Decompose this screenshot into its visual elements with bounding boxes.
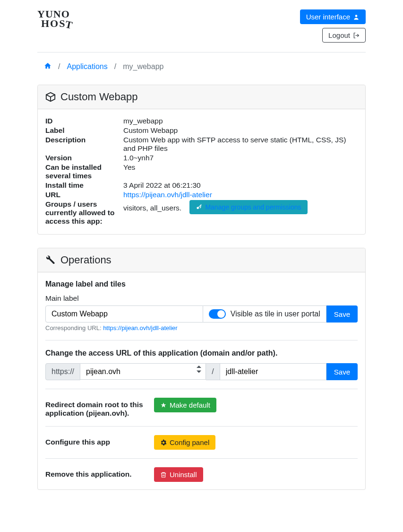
info-card-title: Custom Webapp <box>60 91 137 103</box>
version-label: Version <box>45 154 123 162</box>
path-input[interactable] <box>220 363 326 380</box>
label-label: Label <box>45 126 123 135</box>
trash-icon <box>160 471 167 478</box>
tile-switch[interactable] <box>209 309 226 319</box>
tile-switch-box: Visible as tile in user portal <box>203 305 326 323</box>
user-interface-label: User interface <box>306 13 350 21</box>
save-label-button[interactable]: Save <box>326 305 358 323</box>
logout-button[interactable]: Logout <box>322 28 366 43</box>
info-card-body: IDmy_webapp LabelCustom Webapp Descripti… <box>38 109 365 234</box>
domain-select[interactable]: pijean.ovh <box>80 363 206 380</box>
desc-label: Description <box>45 136 123 153</box>
home-icon <box>44 62 51 70</box>
logout-icon <box>353 32 360 39</box>
separator <box>45 458 358 459</box>
breadcrumb-sep: / <box>58 62 60 71</box>
breadcrumb-sep: / <box>114 62 116 71</box>
remove-label: Remove this application. <box>45 467 145 479</box>
id-label: ID <box>45 117 123 125</box>
main-label-text: Main label <box>45 294 358 303</box>
install-label: Install time <box>45 181 123 190</box>
breadcrumb-current: my_webapp <box>123 62 163 71</box>
info-card-header: Custom Webapp <box>38 85 365 109</box>
change-url-section: Change the access URL of this applicatio… <box>45 349 358 358</box>
hint-prefix: Corresponding URL: <box>45 324 103 331</box>
make-default-button[interactable]: Make default <box>154 398 216 412</box>
label-input-group: Visible as tile in user portal Save <box>45 305 358 323</box>
uninstall-label: Uninstall <box>170 471 197 479</box>
make-default-label: Make default <box>170 401 210 409</box>
remove-row: Remove this application. Uninstall <box>45 467 358 482</box>
separator <box>45 426 358 427</box>
main-label-input[interactable] <box>45 305 203 323</box>
operations-header: Operations <box>38 248 365 272</box>
url-label: URL <box>45 191 123 199</box>
logout-label: Logout <box>328 31 350 39</box>
label-value: Custom Webapp <box>123 126 358 135</box>
tile-switch-label: Visible as tile in user portal <box>231 310 320 318</box>
logo-line2: HOST <box>37 19 74 28</box>
operations-title: Operations <box>60 254 111 266</box>
breadcrumb-home[interactable] <box>44 62 51 71</box>
key-icon <box>196 204 202 210</box>
install-value: 3 April 2022 at 06:21:30 <box>123 181 358 190</box>
breadcrumb-applications[interactable]: Applications <box>67 62 107 71</box>
redirect-label: Redirect domain root to this application… <box>45 398 145 418</box>
manage-permissions-label: Manage groups and permissions <box>205 203 301 211</box>
user-icon <box>353 14 360 20</box>
separator <box>45 340 358 340</box>
logo: YUNO HOST <box>37 9 74 28</box>
config-panel-button[interactable]: Config panel <box>154 435 215 450</box>
url-slash: / <box>206 363 220 380</box>
hint-url-link[interactable]: https://pijean.ovh/jdll-atelier <box>103 324 178 331</box>
uninstall-button[interactable]: Uninstall <box>154 467 203 482</box>
separator <box>45 389 358 389</box>
svg-point-0 <box>355 15 358 17</box>
header-buttons: User interface Logout <box>300 9 366 43</box>
configure-label: Configure this app <box>45 435 145 446</box>
desc-value: Custom Web app with SFTP access to serve… <box>123 136 358 153</box>
header: YUNO HOST User interface Logout <box>37 9 366 52</box>
url-link[interactable]: https://pijean.ovh/jdll-atelier <box>123 191 212 199</box>
manage-label-section: Manage label and tiles <box>45 280 358 288</box>
operations-card: Operations Manage label and tiles Main l… <box>37 248 366 490</box>
star-icon <box>160 402 167 409</box>
corresponding-url-hint: Corresponding URL: https://pijean.ovh/jd… <box>45 324 358 331</box>
cube-icon <box>45 92 56 102</box>
operations-body: Manage label and tiles Main label Visibl… <box>38 272 365 489</box>
breadcrumb: / Applications / my_webapp <box>37 62 366 71</box>
id-value: my_webapp <box>123 117 358 125</box>
version-value: 1.0~ynh7 <box>123 154 358 162</box>
redirect-row: Redirect domain root to this application… <box>45 398 358 418</box>
groups-value: visitors, all_users. <box>123 204 181 212</box>
multi-value: Yes <box>123 163 358 180</box>
manage-permissions-button[interactable]: Manage groups and permissions <box>189 200 307 214</box>
wrench-icon <box>45 255 56 265</box>
info-card: Custom Webapp IDmy_webapp LabelCustom We… <box>37 85 366 235</box>
multi-label: Can be installed several times <box>45 163 123 180</box>
config-panel-label: Config panel <box>170 438 209 446</box>
gear-icon <box>160 439 167 446</box>
url-input-group: https:// pijean.ovh / Save <box>45 363 358 380</box>
groups-label: Groups / users currently allowed to acce… <box>45 200 123 226</box>
user-interface-button[interactable]: User interface <box>300 9 366 24</box>
url-prefix: https:// <box>45 363 80 380</box>
save-url-button[interactable]: Save <box>326 363 358 380</box>
configure-row: Configure this app Config panel <box>45 435 358 450</box>
